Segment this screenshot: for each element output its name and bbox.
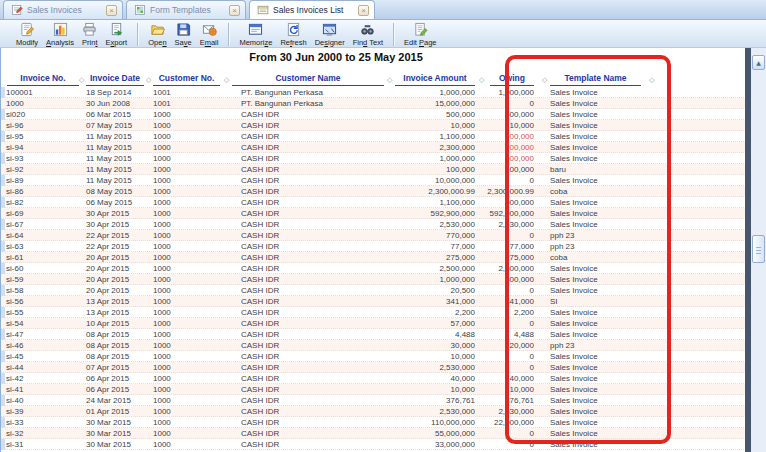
col-header-invoice-date[interactable]: Invoice Date — [86, 73, 144, 86]
cell-customer-name: CASH IDR — [241, 330, 391, 339]
table-row[interactable]: si-6120 Apr 20151000CASH IDR275,000275,0… — [1, 252, 745, 263]
table-row[interactable]: si-6422 Apr 20151000CASH IDR770,0000pph … — [1, 230, 745, 241]
cell-owing: 40,000 — [475, 374, 534, 383]
sort-diamond-icon[interactable]: ◇ — [542, 76, 547, 84]
tab-label: Sales Invoices List — [273, 5, 354, 15]
cell-invoice-no: si-58 — [6, 286, 82, 295]
table-row[interactable]: 100030 Jun 20081001PT. Bangunan Perkasa1… — [1, 98, 745, 109]
cell-owing: 77,000 — [475, 242, 534, 251]
sort-diamond-icon[interactable]: ◇ — [479, 76, 484, 84]
cell-customer-name: CASH IDR — [241, 352, 391, 361]
table-row[interactable]: 10000118 Sep 20141001PT. Bangunan Perkas… — [1, 87, 745, 98]
table-row[interactable]: si-4024 Mar 20151000CASH IDR376,761376,7… — [1, 395, 745, 406]
findtext-button[interactable]: Find Text — [353, 22, 383, 47]
table-row[interactable]: si-3901 Apr 20151000CASH IDR2,530,0002,5… — [1, 406, 745, 417]
table-row[interactable]: si-4508 Apr 20151000CASH IDR10,0000Sales… — [1, 351, 745, 362]
table-row[interactable]: si-9607 May 20151000CASH IDR10,00010,000… — [1, 120, 745, 131]
cell-customer-no: 1000 — [153, 220, 225, 229]
table-row[interactable]: si-4206 Apr 20151000CASH IDR40,00040,000… — [1, 373, 745, 384]
close-icon[interactable]: × — [358, 5, 369, 16]
sort-diamond-icon[interactable]: ◇ — [649, 76, 654, 84]
table-row[interactable]: si-3330 Mar 20151000CASH IDR110,000,0002… — [1, 417, 745, 428]
export-button[interactable]: Export — [105, 22, 127, 47]
toolbar: ModifyAnalysisPrintExportOpenSaveEmailMe… — [0, 20, 766, 48]
email-button[interactable]: Email — [200, 22, 219, 47]
table-row[interactable]: si-5410 Apr 20151000CASH IDR57,0000Sales… — [1, 318, 745, 329]
scrollbar-thumb[interactable] — [752, 235, 765, 263]
cell-customer-name: CASH IDR — [241, 231, 391, 240]
modify-icon — [20, 22, 35, 37]
cell-owing: 1,000,000 — [475, 88, 534, 97]
cell-customer-no: 1000 — [153, 352, 225, 361]
table-row[interactable]: si-5613 Apr 20151000CASH IDR341,000341,0… — [1, 296, 745, 307]
table-row[interactable]: si02006 Mar 20151000CASH IDR500,000500,0… — [1, 109, 745, 120]
cell-template-name: Sales Invoice — [550, 88, 648, 97]
table-row[interactable]: si-5513 Apr 20151000CASH IDR2,2002,200Sa… — [1, 307, 745, 318]
col-header-customer-name[interactable]: Customer Name — [232, 73, 384, 86]
table-row[interactable]: si-8608 May 20151000CASH IDR2,300,000.99… — [1, 186, 745, 197]
table-row[interactable]: si-9511 May 20151000CASH IDR1,100,000700… — [1, 131, 745, 142]
refresh-button[interactable]: Refresh — [280, 22, 306, 47]
table-row[interactable]: si-8206 May 20151000CASH IDR1,100,000900… — [1, 197, 745, 208]
cell-customer-no: 1000 — [153, 121, 225, 130]
cell-customer-name: CASH IDR — [241, 110, 391, 119]
sort-diamond-icon[interactable]: ◇ — [146, 76, 151, 84]
table-row[interactable]: si-3130 Mar 20151000CASH IDR33,000,0000S… — [1, 439, 745, 450]
table-row[interactable]: si-4608 Apr 20151000CASH IDR30,00020,000… — [1, 340, 745, 351]
col-header-template-name[interactable]: Template Name — [550, 73, 641, 86]
cell-owing: 0 — [475, 363, 534, 372]
analysis-button[interactable]: Analysis — [46, 22, 74, 47]
table-row[interactable]: si-6930 Apr 20151000CASH IDR592,900,0005… — [1, 208, 745, 219]
cell-invoice-amount: 1,000,000 — [395, 88, 475, 97]
sort-diamond-icon[interactable]: ◇ — [79, 76, 84, 84]
table-row[interactable]: si-6020 Apr 20151000CASH IDR2,500,0002,5… — [1, 263, 745, 274]
designer-button[interactable]: Designer — [315, 22, 345, 47]
print-button[interactable]: Print — [82, 22, 97, 47]
table-row[interactable]: si-9311 May 20151000CASH IDR1,000,000800… — [1, 153, 745, 164]
col-header-invoice-amount[interactable]: Invoice Amount — [395, 73, 475, 86]
table-row[interactable]: si-9211 May 20151000CASH IDR100,000100,0… — [1, 164, 745, 175]
table-row[interactable]: si-3230 Mar 20151000CASH IDR55,000,0000S… — [1, 428, 745, 439]
table-row[interactable]: si-4407 Apr 20151000CASH IDR2,530,0000Sa… — [1, 362, 745, 373]
cell-customer-no: 1000 — [153, 407, 225, 416]
close-icon[interactable]: × — [229, 5, 240, 16]
tab-form-templates[interactable]: Form Templates × — [126, 0, 246, 19]
vertical-scrollbar[interactable]: ▲ — [751, 48, 766, 452]
cell-template-name: Sales Invoice — [550, 220, 648, 229]
memorize-button[interactable]: Memorize — [239, 22, 272, 47]
table-row[interactable]: si-9411 May 20151000CASH IDR2,300,000100… — [1, 142, 745, 153]
sort-diamond-icon[interactable]: ◇ — [387, 76, 392, 84]
cell-customer-no: 1000 — [153, 418, 225, 427]
editpage-button[interactable]: Edit Page — [404, 22, 437, 47]
table-row[interactable]: si-6730 Apr 20151000CASH IDR2,530,0002,5… — [1, 219, 745, 230]
table-row[interactable]: si-4708 Apr 20151000CASH IDR4,4884,488Sa… — [1, 329, 745, 340]
tab-sales-invoices[interactable]: Sales Invoices × — [3, 0, 123, 19]
cell-owing: 800,000 — [475, 275, 534, 284]
close-icon[interactable]: × — [106, 5, 117, 16]
cell-invoice-no: si-41 — [6, 385, 82, 394]
cell-invoice-no: si-92 — [6, 165, 82, 174]
open-button[interactable]: Open — [148, 22, 166, 47]
cell-invoice-date: 24 Mar 2015 — [86, 396, 150, 405]
cell-template-name: Sales Invoice — [550, 407, 648, 416]
col-header-invoice-no[interactable]: Invoice No. — [7, 73, 79, 86]
table-row[interactable]: si-5820 Apr 20151000CASH IDR20,5000Sales… — [1, 285, 745, 296]
cell-invoice-amount: 2,530,000 — [395, 220, 475, 229]
col-header-owing[interactable]: Owing — [490, 73, 534, 86]
cell-template-name: Sales Invoice — [550, 286, 648, 295]
cell-customer-name: CASH IDR — [241, 407, 391, 416]
table-row[interactable]: si-6322 Apr 20151000CASH IDR77,00077,000… — [1, 241, 745, 252]
modify-button[interactable]: Modify — [16, 22, 38, 47]
scroll-up-icon[interactable]: ▲ — [752, 55, 765, 70]
tab-sales-invoices-list[interactable]: Sales Invoices List × — [249, 0, 375, 19]
table-row[interactable]: si-8911 May 20151000CASH IDR10,000,0000S… — [1, 175, 745, 186]
toolbar-button-label: Find Text — [353, 38, 383, 47]
cell-owing: 500,000 — [475, 110, 534, 119]
col-header-customer-no[interactable]: Customer No. — [153, 73, 220, 86]
table-row[interactable]: si-5920 Apr 20151000CASH IDR1,000,000800… — [1, 274, 745, 285]
invoice-table-body: 10000118 Sep 20141001PT. Bangunan Perkas… — [1, 87, 745, 450]
sort-diamond-icon[interactable]: ◇ — [224, 76, 229, 84]
table-row[interactable]: si-4106 Apr 20151000CASH IDR10,00010,000… — [1, 384, 745, 395]
cell-invoice-no: si-86 — [6, 187, 82, 196]
save-button[interactable]: Save — [175, 22, 192, 47]
